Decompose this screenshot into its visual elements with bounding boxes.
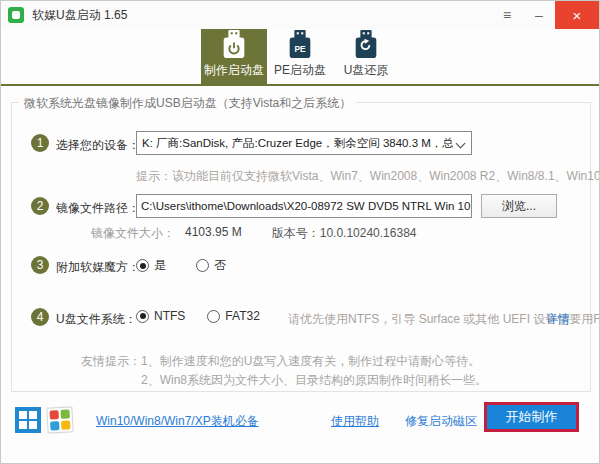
step1-label: 选择您的设备： [56,137,140,154]
usb-restore-icon [351,29,381,59]
radio-cube-no[interactable]: 否 [196,257,226,274]
window-controls: ≡ – × [491,1,599,29]
step3-label: 附加软媒魔方： [56,259,140,276]
step1-badge: 1 [31,134,49,152]
detail-link[interactable]: 详情 [546,311,570,328]
help-link[interactable]: 使用帮助 [331,413,379,430]
cube-radio-group: 是 否 [136,257,226,274]
filesystem-radio-group: NTFS FAT32 [136,309,260,323]
title-bar: 软媒U盘启动 1.65 ≡ – × [1,1,599,29]
device-select[interactable]: K: 厂商:SanDisk, 产品:Cruzer Edge，剩余空间 3840.… [136,131,472,155]
repair-boot-sector-link[interactable]: 修复启动磁区 [405,413,477,430]
tab-pe-boot-disk[interactable]: PE PE启动盘 [267,29,333,84]
step2-badge: 2 [31,197,49,215]
image-path-input[interactable]: C:\Users\ithome\Downloads\X20-08972 SW D… [136,194,472,218]
window-title: 软媒U盘启动 1.65 [32,7,127,24]
app-icon [8,7,24,23]
minimize-icon[interactable]: – [523,1,555,29]
image-info-line: 镜像文件大小： 4103.95 M 版本号：10.0.10240.16384 [91,225,416,242]
app-window: 软媒U盘启动 1.65 ≡ – × 制作启动盘 [0,0,600,464]
chevron-down-icon [456,139,466,149]
tips-line1: 友情提示：1、制作速度和您的U盘写入速度有关，制作过程中请耐心等待。 [81,353,480,370]
step4-badge: 4 [31,308,49,326]
tab-usb-restore[interactable]: U盘还原 [333,29,399,84]
menu-icon[interactable]: ≡ [491,1,523,29]
radio-circle [136,259,149,272]
device-select-value: K: 厂商:SanDisk, 产品:Cruzer Edge，剩余空间 3840.… [142,136,453,151]
step2-label: 镜像文件路径： [56,200,140,217]
highlight-annotation: 开始制作 [484,402,579,432]
step3-badge: 3 [31,256,49,274]
svg-text:PE: PE [294,44,306,54]
usb-pe-icon: PE [285,29,315,59]
tab-label: U盘还原 [344,62,389,79]
tab-bar: 制作启动盘 PE PE启动盘 U盘还原 [1,29,599,84]
browse-button[interactable]: 浏览... [481,194,557,218]
image-version: 版本号：10.0.10240.16384 [272,225,417,242]
tab-label: PE启动盘 [274,62,326,79]
step1-hint: 提示：该功能目前仅支持微软Vista、Win7、Win2008、Win2008 … [136,168,600,185]
tab-make-boot-disk[interactable]: 制作启动盘 [201,29,267,84]
radio-fat32[interactable]: FAT32 [207,309,259,323]
usb-power-icon [219,29,249,59]
essentials-link[interactable]: Win10/Win8/Win7/XP装机必备 [96,413,259,430]
image-size-label: 镜像文件大小： [91,225,175,242]
windows10-logo-icon[interactable] [15,407,41,433]
radio-cube-yes[interactable]: 是 [136,257,166,274]
radio-circle [196,259,209,272]
tab-label: 制作启动盘 [204,62,264,79]
tab-underline [1,84,599,86]
step4-label: U盘文件系统： [56,311,137,328]
radio-circle [136,310,149,323]
start-button[interactable]: 开始制作 [487,405,576,429]
radio-circle [207,310,220,323]
tips-line2: 2、Win8系统因为文件大小、目录结构的原因制作时间稍长一些。 [141,372,487,389]
radio-ntfs[interactable]: NTFS [136,309,185,323]
image-size-value: 4103.95 M [185,225,242,242]
app-icon-glyph [12,11,20,19]
group-box-title: 微软系统光盘镜像制作成USB启动盘（支持Vista和之后系统） [19,95,356,112]
windows-flag-logo-icon[interactable] [46,406,73,433]
close-icon[interactable]: × [555,1,599,29]
